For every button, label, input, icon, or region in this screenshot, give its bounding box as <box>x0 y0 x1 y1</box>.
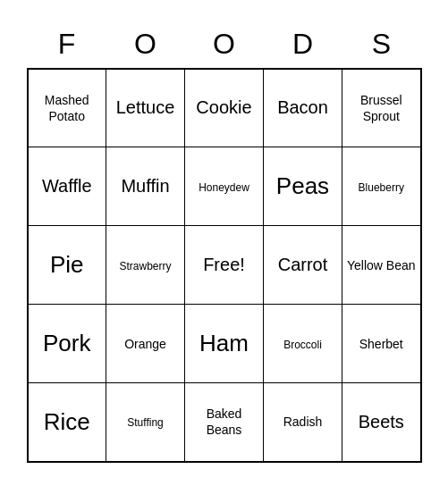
table-cell: Strawberry <box>106 226 185 305</box>
table-cell: Brussel Sprout <box>342 69 421 147</box>
bingo-grid: Mashed PotatoLettuceCookieBaconBrussel S… <box>27 68 422 463</box>
table-cell: Blueberry <box>342 147 421 226</box>
table-cell: Mashed Potato <box>28 69 106 147</box>
table-cell: Waffle <box>28 147 106 226</box>
table-cell: Sherbet <box>342 305 421 383</box>
table-cell: Baked Beans <box>185 383 264 462</box>
title-letter: O <box>185 24 264 64</box>
table-cell: Cookie <box>185 69 264 147</box>
cell-text: Stuffing <box>127 416 163 429</box>
table-cell: Broccoli <box>264 305 342 383</box>
cell-text: Lettuce <box>116 97 175 117</box>
cell-text: Ham <box>199 330 249 356</box>
cell-text: Muffin <box>121 176 169 196</box>
table-cell: Peas <box>264 147 342 226</box>
table-row: PorkOrangeHamBroccoliSherbet <box>28 305 421 383</box>
table-cell: Pork <box>28 305 106 383</box>
table-cell: Honeydew <box>185 147 264 226</box>
cell-text: Radish <box>283 415 323 429</box>
bingo-title: FOODS <box>28 24 421 64</box>
table-cell: Carrot <box>264 226 342 305</box>
cell-text: Blueberry <box>359 181 404 194</box>
cell-text: Peas <box>276 172 329 199</box>
cell-text: Waffle <box>42 176 92 196</box>
cell-text: Cookie <box>196 97 251 117</box>
table-cell: Beets <box>342 383 421 462</box>
table-row: Mashed PotatoLettuceCookieBaconBrussel S… <box>28 69 421 147</box>
title-letter: F <box>28 24 106 64</box>
cell-text: Rice <box>44 408 90 435</box>
table-cell: Stuffing <box>106 383 185 462</box>
table-cell: Bacon <box>264 69 342 147</box>
cell-text: Carrot <box>278 255 328 274</box>
cell-text: Brussel Sprout <box>360 93 402 123</box>
bingo-card: FOODS Mashed PotatoLettuceCookieBaconBru… <box>18 15 431 472</box>
table-row: WaffleMuffinHoneydewPeasBlueberry <box>28 147 421 226</box>
cell-text: Mashed Potato <box>45 93 89 123</box>
title-letter: S <box>342 24 421 64</box>
table-cell: Yellow Bean <box>342 226 421 305</box>
title-letter: O <box>106 24 185 64</box>
table-cell: Rice <box>28 383 106 462</box>
table-cell: Ham <box>185 305 264 383</box>
cell-text: Bacon <box>277 97 328 117</box>
table-row: PieStrawberryFree!CarrotYellow Bean <box>28 226 421 305</box>
cell-text: Orange <box>124 337 166 351</box>
table-cell: Pie <box>28 226 106 305</box>
cell-text: Strawberry <box>119 260 171 272</box>
cell-text: Honeydew <box>199 181 249 194</box>
cell-text: Broccoli <box>283 339 322 351</box>
table-cell: Radish <box>264 383 342 462</box>
cell-text: Free! <box>203 255 245 274</box>
table-cell: Free! <box>185 226 264 305</box>
cell-text: Beets <box>359 412 404 432</box>
cell-text: Pie <box>50 251 84 278</box>
table-cell: Muffin <box>106 147 185 226</box>
table-row: RiceStuffingBaked BeansRadishBeets <box>28 383 421 462</box>
cell-text: Pork <box>43 330 90 356</box>
table-cell: Lettuce <box>106 69 185 147</box>
table-cell: Orange <box>106 305 185 383</box>
cell-text: Yellow Bean <box>347 258 416 272</box>
cell-text: Baked Beans <box>207 406 242 437</box>
title-letter: D <box>264 24 342 64</box>
cell-text: Sherbet <box>359 337 403 351</box>
